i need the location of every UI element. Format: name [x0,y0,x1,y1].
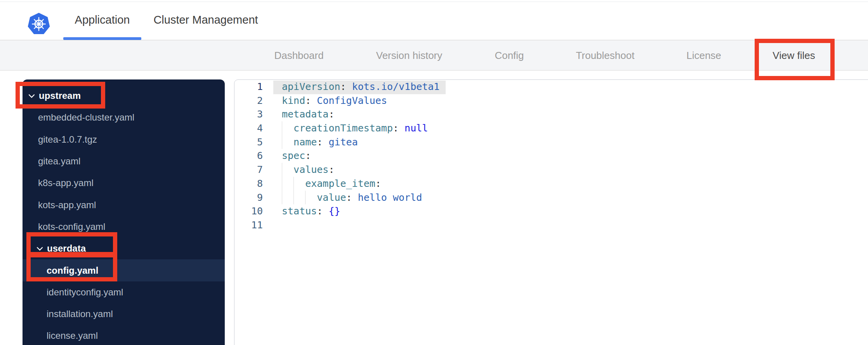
indent-guide [282,135,293,149]
active-tab-underline [63,37,141,40]
tree-item-label: kots-app.yaml [38,200,96,210]
code-text: creationTimestamp: null [273,121,428,135]
tree-item-label: gitea-1.0.7.tgz [38,134,97,145]
tree-item-label: userdata [47,243,86,254]
code-token: {} [323,205,340,217]
code-line[interactable]: 5name: gitea [234,135,868,149]
app-subnav: DashboardVersion historyConfigTroublesho… [0,41,868,71]
folder-upstream[interactable]: upstream [23,85,225,107]
line-number: 10 [234,204,273,218]
kubernetes-logo-icon [28,11,50,37]
code-line[interactable]: 1apiVersion: kots.io/v1beta1 [234,80,868,94]
code-token: name [293,136,317,148]
code-token: : [340,81,346,92]
indent-guide [282,121,293,135]
line-number: 7 [234,163,273,177]
indent-guide [282,163,293,177]
code-token: value [317,192,346,203]
code-token: apiVersion [282,81,340,92]
file-tree-sidebar: upstreamembedded-cluster.yamlgitea-1.0.7… [23,79,225,345]
code-text: value: hello world [273,191,422,205]
code-token: : [375,178,381,189]
tab-cluster-management[interactable]: Cluster Management [149,0,262,40]
subnav-tab-view-files[interactable]: View files [773,41,815,70]
indent-guide [305,191,317,205]
code-text: kind: ConfigValues [273,94,387,108]
file-gitea-yaml[interactable]: gitea.yaml [23,150,225,172]
kots-admin-console: Application Cluster Management Dashboard… [0,0,868,345]
code-line[interactable]: 4creationTimestamp: null [234,121,868,135]
code-line[interactable]: 3metadata: [234,107,868,121]
line-number: 2 [234,94,273,108]
file-identityconfig-yaml[interactable]: identityconfig.yaml [23,281,225,303]
line-number: 9 [234,191,273,205]
line-number: 4 [234,121,273,135]
tree-item-label: kots-config.yaml [38,221,105,232]
folder-userdata[interactable]: userdata [23,238,225,259]
code-token: : [346,192,352,203]
code-token: values [293,164,328,175]
code-token: ConfigValues [311,95,387,106]
code-token: kind [282,95,305,106]
line-number: 3 [234,107,273,121]
code-text: example_item: [273,177,381,191]
code-token: gitea [323,136,358,148]
code-line[interactable]: 9value: hello world [234,191,868,205]
chevron-down-icon [36,247,43,251]
code-line[interactable]: 8example_item: [234,177,868,191]
code-token: kots.io/v1beta1 [346,81,440,92]
code-line[interactable]: 11 [234,218,868,232]
file-content-editor[interactable]: 1apiVersion: kots.io/v1beta12kind: Confi… [234,79,868,345]
code-token: : [328,109,334,120]
tree-item-label: embedded-cluster.yaml [38,112,134,123]
tree-item-label: identityconfig.yaml [47,287,123,298]
code-text: spec: [273,149,311,163]
code-token: : [317,205,323,217]
tree-item-label: k8s-app.yaml [38,178,94,188]
code-token: : [328,164,334,175]
file-kots-config-yaml[interactable]: kots-config.yaml [23,216,225,238]
code-text: name: gitea [273,135,358,149]
subnav-tab-dashboard[interactable]: Dashboard [274,41,323,70]
file-kots-app-yaml[interactable]: kots-app.yaml [23,194,225,216]
code-line[interactable]: 7values: [234,163,868,177]
line-number: 1 [234,80,273,94]
line-number: 5 [234,135,273,149]
file-installation-yaml[interactable]: installation.yaml [23,303,225,325]
tree-item-label: upstream [39,90,81,101]
code-token: spec [282,150,305,161]
indent-guide [282,191,293,205]
code-text: values: [273,163,334,177]
subnav-tab-config[interactable]: Config [495,41,524,70]
subnav-tab-troubleshoot[interactable]: Troubleshoot [576,41,635,70]
code-token: : [393,122,399,134]
indent-guide [293,177,305,191]
code-text: apiVersion: kots.io/v1beta1 [273,80,439,94]
tree-item-label: config.yaml [47,265,98,276]
code-token: : [305,95,311,106]
code-token: null [399,122,428,134]
file-gitea-1-0-7-tgz[interactable]: gitea-1.0.7.tgz [23,129,225,150]
file-config-yaml[interactable]: config.yaml [23,259,225,281]
code-token: : [305,150,311,161]
code-line[interactable]: 6spec: [234,149,868,163]
code-line[interactable]: 10status: {} [234,204,868,218]
tree-item-label: license.yaml [47,330,98,341]
chevron-down-icon [28,94,35,98]
subnav-tab-license[interactable]: License [686,41,721,70]
file-k8s-app-yaml[interactable]: k8s-app.yaml [23,172,225,194]
code-line[interactable]: 2kind: ConfigValues [234,94,868,108]
subnav-tab-version-history[interactable]: Version history [376,41,443,70]
tab-application[interactable]: Application [63,0,141,40]
file-embedded-cluster-yaml[interactable]: embedded-cluster.yaml [23,107,225,128]
indent-guide [282,177,293,191]
code-token: : [317,136,323,148]
line-number: 8 [234,177,273,191]
code-text: metadata: [273,107,334,121]
file-license-yaml[interactable]: license.yaml [23,325,225,345]
code-token: creationTimestamp [293,122,393,134]
tree-item-label: installation.yaml [47,309,113,319]
line-number: 11 [234,218,273,232]
code-text [273,218,282,232]
code-token: metadata [282,109,328,120]
